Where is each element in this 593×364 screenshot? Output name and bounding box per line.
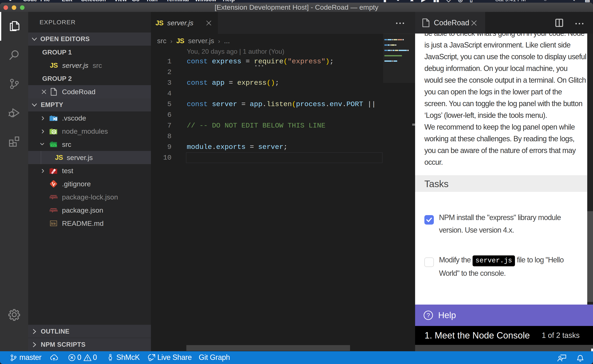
svg-text:JS: JS <box>52 130 56 133</box>
svg-text:?: ? <box>427 312 430 318</box>
svg-text:M: M <box>51 222 53 225</box>
svg-text:</>: </> <box>50 143 57 148</box>
